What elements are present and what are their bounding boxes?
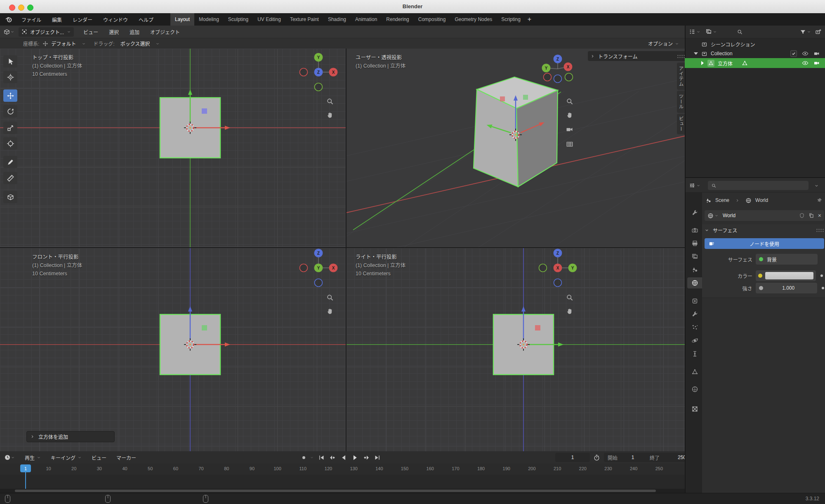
tab-texture[interactable] (687, 403, 702, 415)
disable-render-icon[interactable] (813, 50, 820, 57)
world-datablock-selector[interactable]: World × (705, 210, 824, 221)
tab-object-data[interactable] (687, 366, 702, 377)
pin-icon[interactable] (817, 197, 823, 203)
tab-output[interactable] (687, 238, 702, 249)
play-button[interactable] (349, 451, 361, 464)
animate-dot-icon[interactable] (820, 274, 823, 277)
hide-eye-icon[interactable] (802, 50, 808, 57)
transform-panel-header[interactable]: トランスフォーム (588, 51, 688, 61)
tab-material[interactable] (687, 384, 702, 395)
properties-editor-icon[interactable] (689, 182, 695, 189)
workspace-tab-Texture Paint[interactable]: Texture Paint (285, 13, 323, 26)
tab-modifiers[interactable] (687, 309, 702, 320)
workspace-tab-Modeling[interactable]: Modeling (194, 13, 224, 26)
pan-hand-icon[interactable] (326, 307, 334, 316)
timeline-menu-再生[interactable]: 再生 (20, 454, 46, 461)
drag-value[interactable]: ボックス選択 (120, 40, 150, 47)
zoom-icon[interactable] (326, 97, 334, 105)
tool-annotate[interactable] (3, 156, 17, 168)
toggle-ortho-icon[interactable] (566, 140, 574, 148)
tool-select-box[interactable] (3, 55, 17, 68)
outliner-row-cube[interactable]: 立方体 (685, 58, 825, 68)
tab-object[interactable] (687, 295, 702, 307)
breadcrumb-scene[interactable]: Scene (715, 197, 729, 203)
tool-scale[interactable] (3, 122, 17, 134)
viewport-menu-選択[interactable]: 選択 (104, 28, 124, 35)
operator-redo-panel[interactable]: 立方体を追加 (26, 431, 115, 442)
outliner-editor-icon[interactable] (689, 28, 695, 35)
breadcrumb-world[interactable]: World (755, 197, 768, 203)
panel-grip[interactable] (677, 54, 685, 58)
tab-render[interactable] (687, 225, 702, 236)
coord-value[interactable]: デフォルト (51, 40, 76, 47)
tab-physics[interactable] (687, 335, 702, 346)
add-workspace-button[interactable]: + (528, 16, 531, 23)
workspace-tab-Scripting[interactable]: Scripting (497, 13, 525, 26)
camera-view-icon[interactable] (566, 125, 574, 134)
timeline-ruler[interactable]: 1020304050607080901001101201301401501601… (0, 464, 685, 475)
workspace-tab-Geometry Nodes[interactable]: Geometry Nodes (450, 13, 497, 26)
timeline-menu-ビュー[interactable]: ビュー (87, 454, 111, 461)
surface-shader-field[interactable]: 背景 (756, 254, 818, 265)
editor-type-button[interactable] (3, 28, 14, 35)
outliner-row-collection[interactable]: Collection (685, 49, 825, 58)
workspace-tab-Shading[interactable]: Shading (323, 13, 351, 26)
fake-user-shield-icon[interactable] (799, 213, 805, 218)
playback-sync-dropdown[interactable] (308, 451, 316, 464)
animate-dot-icon[interactable] (822, 287, 824, 289)
viewport-menu-ビュー[interactable]: ビュー (78, 28, 104, 35)
new-collection-icon[interactable] (815, 28, 822, 35)
tab-scene[interactable] (687, 264, 702, 275)
frame-start-field[interactable]: 開始 1 (604, 453, 652, 462)
tab-view-layer[interactable] (687, 251, 702, 262)
expand-arrow[interactable] (701, 61, 704, 65)
editor-type-button[interactable] (4, 454, 15, 461)
tool-measure[interactable] (3, 172, 17, 184)
workspace-tab-Rendering[interactable]: Rendering (382, 13, 413, 26)
play-reverse-button[interactable] (338, 451, 349, 464)
sidebar-tab-ビュー[interactable]: ビュー (677, 114, 685, 134)
record-button[interactable] (299, 451, 308, 464)
exclude-checkbox[interactable] (790, 50, 797, 57)
jump-to-start-button[interactable] (316, 451, 327, 464)
tab-world[interactable] (687, 277, 702, 288)
playhead-line[interactable] (25, 471, 26, 489)
tool-cursor[interactable] (3, 71, 17, 83)
zoom-icon[interactable] (326, 293, 334, 302)
workspace-tab-UV Editing[interactable]: UV Editing (253, 13, 285, 26)
timeline-scrollbar[interactable] (0, 489, 685, 493)
disable-render-icon[interactable] (813, 60, 820, 66)
menu-ファイル[interactable]: ファイル (16, 16, 47, 23)
next-keyframe-button[interactable] (361, 451, 372, 464)
mode-dropdown[interactable]: オブジェクト... (19, 27, 74, 37)
previous-keyframe-button[interactable] (327, 451, 338, 464)
workspace-tab-Sculpting[interactable]: Sculpting (224, 13, 253, 26)
workspace-tab-Layout[interactable]: Layout (170, 13, 194, 26)
tool-transform[interactable] (3, 137, 17, 150)
expand-arrow[interactable] (694, 52, 698, 55)
display-mode-icon[interactable] (705, 28, 712, 35)
timeline-tracks[interactable] (0, 475, 685, 489)
strength-field[interactable]: 1.000 (756, 283, 817, 293)
timeline-menu-マーカー[interactable]: マーカー (111, 454, 141, 461)
workspace-tab-Animation[interactable]: Animation (351, 13, 382, 26)
color-field[interactable] (756, 270, 816, 281)
panel-grip[interactable] (816, 228, 824, 232)
tab-particles[interactable] (687, 322, 702, 333)
sidebar-tab-アイテム[interactable]: アイテム (677, 63, 685, 90)
color-swatch[interactable] (765, 272, 813, 279)
viewport-menu-追加[interactable]: 追加 (124, 28, 145, 35)
blender-logo-icon[interactable] (5, 16, 13, 23)
search-icon[interactable] (737, 29, 743, 35)
properties-search[interactable] (708, 181, 808, 190)
options-dropdown[interactable]: オプション (648, 40, 673, 47)
surface-panel-header[interactable]: サーフェス (705, 225, 824, 235)
pan-hand-icon[interactable] (326, 111, 334, 120)
menu-ヘルプ[interactable]: ヘルプ (133, 16, 159, 23)
tab-tool[interactable] (687, 207, 702, 218)
tab-constraints[interactable] (687, 348, 702, 359)
zoom-icon[interactable] (566, 293, 574, 302)
unlink-datablock-icon[interactable]: × (818, 212, 821, 219)
jump-to-end-button[interactable] (372, 451, 383, 464)
stopwatch-icon[interactable] (593, 454, 600, 461)
